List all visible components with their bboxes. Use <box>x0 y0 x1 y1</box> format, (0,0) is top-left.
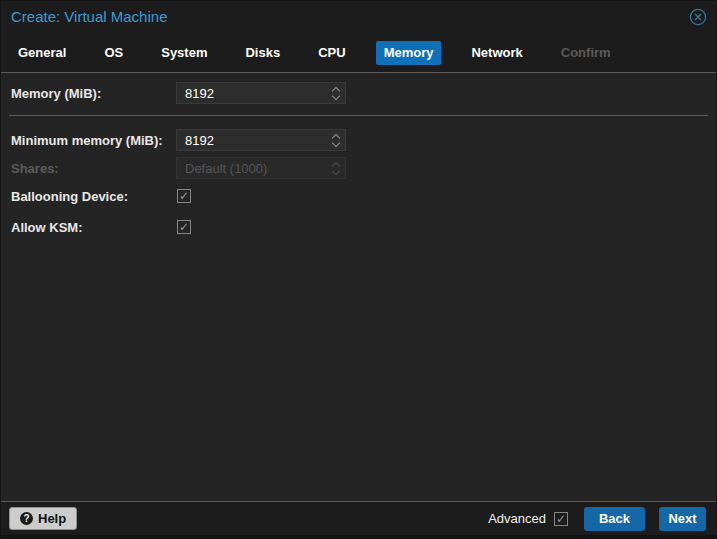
advanced-group: Advanced ✓ <box>488 511 568 526</box>
tab-network[interactable]: Network <box>463 41 530 65</box>
dialog-title: Create: Virtual Machine <box>11 8 167 25</box>
dialog-header: Create: Virtual Machine General OS Syste… <box>1 1 716 73</box>
allow-ksm-checkbox[interactable]: ✓ <box>177 220 191 234</box>
help-icon: ? <box>20 512 33 525</box>
tab-general[interactable]: General <box>10 41 74 65</box>
advanced-label: Advanced <box>488 511 546 526</box>
memory-row: Memory (MiB): <box>1 82 716 104</box>
shares-input <box>177 158 345 178</box>
tab-system[interactable]: System <box>153 41 215 65</box>
ballooning-checkbox[interactable]: ✓ <box>177 189 191 203</box>
next-button[interactable]: Next <box>659 507 706 531</box>
shares-label: Shares: <box>11 161 176 176</box>
min-memory-label: Minimum memory (MiB): <box>11 133 176 148</box>
tab-confirm: Confirm <box>553 41 619 65</box>
form-body: Memory (MiB): Minimum memory (MiB): <box>1 74 716 501</box>
help-button[interactable]: ? Help <box>9 507 77 530</box>
tab-memory[interactable]: Memory <box>376 41 442 65</box>
spinner-down-button[interactable] <box>327 93 345 102</box>
memory-spinner <box>327 83 345 103</box>
help-button-label: Help <box>38 511 66 526</box>
min-memory-field[interactable] <box>176 129 346 151</box>
shares-spinner <box>327 158 345 178</box>
close-icon[interactable] <box>689 8 707 26</box>
memory-field[interactable] <box>176 82 346 104</box>
shares-row: Shares: <box>1 157 716 179</box>
advanced-checkbox[interactable]: ✓ <box>554 512 568 526</box>
section-divider <box>9 115 708 116</box>
shares-field <box>176 157 346 179</box>
back-button[interactable]: Back <box>584 507 645 531</box>
tab-disks[interactable]: Disks <box>237 41 288 65</box>
ballooning-label: Ballooning Device: <box>11 189 176 204</box>
ballooning-row: Ballooning Device: ✓ <box>1 188 716 204</box>
min-memory-spinner <box>327 130 345 150</box>
min-memory-input[interactable] <box>177 130 345 150</box>
tab-cpu[interactable]: CPU <box>310 41 353 65</box>
spinner-down-button[interactable] <box>327 140 345 149</box>
dialog-footer: ? Help Advanced ✓ Back Next <box>1 501 716 538</box>
tab-bar: General OS System Disks CPU Memory Netwo… <box>10 41 641 65</box>
min-memory-row: Minimum memory (MiB): <box>1 129 716 151</box>
memory-label: Memory (MiB): <box>11 86 176 101</box>
allow-ksm-label: Allow KSM: <box>11 220 176 235</box>
spinner-down-button <box>327 168 345 177</box>
allow-ksm-row: Allow KSM: ✓ <box>1 219 716 235</box>
memory-input[interactable] <box>177 83 345 103</box>
create-vm-dialog: Create: Virtual Machine General OS Syste… <box>0 0 717 539</box>
tab-os[interactable]: OS <box>96 41 131 65</box>
